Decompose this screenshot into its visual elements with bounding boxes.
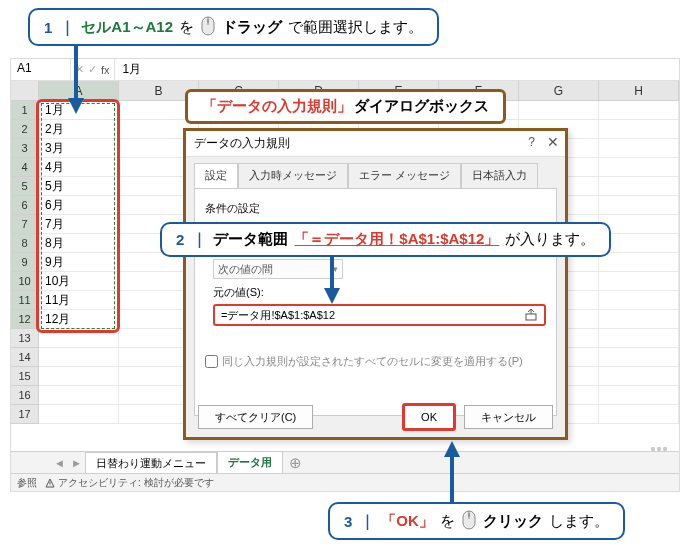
row-header[interactable]: 6 [11,196,39,215]
svg-marker-4 [68,98,84,114]
dialog-tab-settings[interactable]: 設定 [194,163,238,188]
dialog-tabs: 設定 入力時メッセージ エラー メッセージ 日本語入力 [186,157,565,188]
cell[interactable] [599,139,679,158]
cell-range-text: セルA1～A12 [81,18,173,37]
status-bar: 参照 アクセシビリティ: 検討が必要です [11,473,679,491]
col-header-G[interactable]: G [519,81,599,101]
row-header[interactable]: 17 [11,405,39,424]
fx-icon[interactable]: fx [101,64,110,76]
step-number: 1 [44,19,52,36]
dialog-help-button[interactable]: ? [528,135,535,149]
cell[interactable] [599,329,679,348]
row-header[interactable]: 15 [11,367,39,386]
sheet-tab[interactable]: 日替わり運動メニュー [85,452,217,474]
dialog-close-button[interactable]: ✕ [547,134,559,150]
cell[interactable]: 9月 [39,253,119,272]
dialog-name-text: 「データの入力規則」 [202,97,352,116]
row-header[interactable]: 10 [11,272,39,291]
enter-icon: ✓ [88,63,97,76]
sheet-tab-active[interactable]: データ用 [217,451,283,475]
name-box[interactable]: A1 [11,59,71,80]
range-picker-icon[interactable] [524,308,538,322]
cell[interactable] [599,272,679,291]
cell[interactable]: 2月 [39,120,119,139]
text: が入ります。 [505,230,595,249]
tab-nav-prev-icon[interactable]: ◄ [51,457,68,469]
cell[interactable]: 8月 [39,234,119,253]
arrow-step-2 [320,256,344,304]
cell[interactable] [599,386,679,405]
row-header[interactable]: 3 [11,139,39,158]
cell[interactable]: 10月 [39,272,119,291]
checkbox-input[interactable] [205,355,218,368]
text: ダイアログボックス [354,97,489,116]
row-header[interactable]: 12 [11,310,39,329]
cell[interactable] [599,291,679,310]
formula-value[interactable]: 1月 [115,59,150,80]
cell[interactable]: 11月 [39,291,119,310]
validation-criteria-label: 条件の設定 [205,201,546,216]
cell[interactable] [599,253,679,272]
ok-button[interactable]: OK [402,403,456,431]
dialog-titlebar[interactable]: データの入力規則 ? ✕ [186,131,565,157]
cell[interactable]: 7月 [39,215,119,234]
cell[interactable] [599,158,679,177]
source-input[interactable]: =データ用!$A$1:$A$12 [213,304,546,326]
accessibility-status[interactable]: アクセシビリティ: 検討が必要です [45,476,214,490]
row-header[interactable]: 16 [11,386,39,405]
row-header[interactable]: 14 [11,348,39,367]
source-label: 元の値(S): [205,285,546,300]
cell[interactable] [599,348,679,367]
mouse-icon [461,510,477,532]
callout-dialog-title: 「データの入力規則」 ダイアログボックス [185,89,506,124]
cell[interactable]: 6月 [39,196,119,215]
apply-to-cells-checkbox[interactable]: 同じ入力規則が設定されたすべてのセルに変更を適用する(P) [205,354,546,369]
callout-step-1: 1 ｜ セルA1～A12 を ドラッグ で範囲選択します。 [28,8,439,46]
dialog-button-row: すべてクリア(C) OK キャンセル [186,403,565,431]
row-header[interactable]: 8 [11,234,39,253]
cell[interactable]: 12月 [39,310,119,329]
row-header[interactable]: 4 [11,158,39,177]
view-buttons[interactable] [651,447,667,451]
cell[interactable] [599,120,679,139]
dialog-tab-error-alert[interactable]: エラー メッセージ [348,163,461,188]
clear-all-button[interactable]: すべてクリア(C) [198,405,313,429]
cell[interactable] [39,348,119,367]
select-all-corner[interactable] [11,81,39,101]
cell[interactable] [599,405,679,424]
cell[interactable] [519,101,599,120]
cell[interactable] [599,310,679,329]
row-header[interactable]: 9 [11,253,39,272]
cell[interactable] [39,329,119,348]
cell[interactable] [599,367,679,386]
cell[interactable] [599,101,679,120]
cell[interactable] [39,405,119,424]
separator: ｜ [360,512,375,531]
row-header[interactable]: 13 [11,329,39,348]
arrow-step-3 [440,441,464,503]
cell[interactable] [599,196,679,215]
cell[interactable] [39,367,119,386]
row-header[interactable]: 1 [11,101,39,120]
separator: ｜ [192,230,207,249]
cell[interactable]: 3月 [39,139,119,158]
cell[interactable] [599,177,679,196]
arrow-step-1 [64,44,88,114]
row-header[interactable]: 5 [11,177,39,196]
cancel-button[interactable]: キャンセル [464,405,553,429]
separator: ｜ [60,18,75,37]
cell[interactable]: 4月 [39,158,119,177]
new-sheet-button[interactable]: ⊕ [283,454,308,472]
dialog-tab-ime[interactable]: 日本語入力 [461,163,538,188]
dialog-tab-input-message[interactable]: 入力時メッセージ [238,163,348,188]
cell[interactable]: 5月 [39,177,119,196]
col-header-H[interactable]: H [599,81,679,101]
formula-text: 「＝データ用！$A$1:$A$12」 [294,230,499,249]
mouse-icon [200,16,216,38]
row-header[interactable]: 11 [11,291,39,310]
row-header[interactable]: 7 [11,215,39,234]
click-text: クリック [483,512,543,531]
tab-nav-next-icon[interactable]: ► [68,457,85,469]
row-header[interactable]: 2 [11,120,39,139]
cell[interactable] [39,386,119,405]
